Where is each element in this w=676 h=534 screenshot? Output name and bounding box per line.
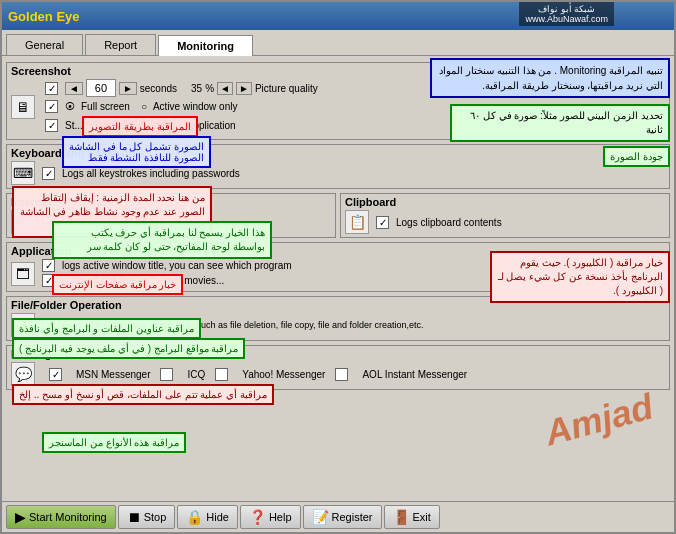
checkbox-screenshot-3[interactable] xyxy=(45,119,58,132)
tab-monitoring[interactable]: Monitoring xyxy=(158,35,253,56)
hide-label: Hide xyxy=(206,511,229,523)
screen-option1: Full screen xyxy=(81,101,130,112)
checkbox-msn[interactable] xyxy=(49,368,62,381)
radio-active[interactable]: ○ xyxy=(141,101,147,112)
spinner-right-btn[interactable]: ► xyxy=(119,82,137,95)
keyboard-callout: هذا الخيار يسمح لنا بمراقبة أي حرف يكتب … xyxy=(52,221,272,259)
interval-unit: seconds xyxy=(140,83,177,94)
quality-callout: جودة الصورة xyxy=(603,146,670,167)
hide-button[interactable]: 🔒 Hide xyxy=(177,505,238,529)
help-label: Help xyxy=(269,511,292,523)
messenger-icon: 💬 xyxy=(11,362,35,386)
clipboard-section: Clipboard 📋 Logs clipboard contents xyxy=(340,193,670,238)
clipboard-title: Clipboard xyxy=(345,196,665,208)
register-label: Register xyxy=(332,511,373,523)
checkbox-aol[interactable] xyxy=(335,368,348,381)
message-callout: مراقبة هذه الأنواع من الماسنجر xyxy=(42,432,186,453)
register-button[interactable]: 📝 Register xyxy=(303,505,382,529)
interval-spinner[interactable]: 60 xyxy=(86,79,116,97)
help-icon: ❓ xyxy=(249,509,266,525)
title-bar: Golden Eye شبكة أبو نواف www.AbuNawaf.co… xyxy=(2,2,674,30)
screenshot-full-callout: الصورة تشمل كل ما في الشاشة الصورة للناف… xyxy=(62,136,211,168)
keyboard-icon: ⌨ xyxy=(11,161,35,185)
start-monitoring-button[interactable]: ▶ Start Monitoring xyxy=(6,505,116,529)
quality-spin-right[interactable]: ► xyxy=(236,82,252,95)
app-callout2: مراقبة مواقع البرامج ( في أي ملف يوجد في… xyxy=(12,338,245,359)
messenger-row: 💬 MSN Messenger ICQ Yahoo! Messenger AOL… xyxy=(11,362,665,386)
stop-icon: ⏹ xyxy=(127,509,141,525)
start-icon: ▶ xyxy=(15,509,26,525)
radio-full[interactable]: ⦿ xyxy=(65,101,75,112)
msn-label: MSN Messenger xyxy=(76,369,150,380)
app-title: Golden Eye xyxy=(8,9,80,24)
screenshot-icon: 🖥 xyxy=(11,95,35,119)
app-callout1: مراقبة عناوين الملفات و البرامج وأي نافذ… xyxy=(12,318,201,339)
interval-value: 60 xyxy=(87,82,115,94)
exit-label: Exit xyxy=(413,511,431,523)
aol-label: AOL Instant Messenger xyxy=(362,369,467,380)
watermark: Amjad xyxy=(540,385,657,454)
time-callout: تحديد الزمن البيني للصور مثلاً: صورة في … xyxy=(450,104,670,142)
content-area: تنبيه المراقبة Monitoring . من هذا التنب… xyxy=(2,56,674,501)
spinner-left-btn[interactable]: ◄ xyxy=(65,82,83,95)
help-button[interactable]: ❓ Help xyxy=(240,505,301,529)
site-overlay: شبكة أبو نواف www.AbuNawaf.com xyxy=(519,2,614,26)
clipboard-icon: 📋 xyxy=(345,210,369,234)
exit-icon: 🚪 xyxy=(393,509,410,525)
hide-icon: 🔒 xyxy=(186,509,203,525)
checkbox-clipboard[interactable] xyxy=(376,216,389,229)
internet-callout: خبار مراقبة صفحات الإنترنت xyxy=(52,274,183,295)
picture-quality-label: Picture quality xyxy=(255,83,318,94)
clipboard-desc: Logs clipboard contents xyxy=(396,217,502,228)
checkbox-icq[interactable] xyxy=(160,368,173,381)
main-window: Golden Eye شبكة أبو نواف www.AbuNawaf.co… xyxy=(0,0,676,534)
keyboard-desc: Logs all keystrokes including passwords xyxy=(62,168,240,179)
stop-button[interactable]: ⏹ Stop xyxy=(118,505,176,529)
checkbox-yahoo[interactable] xyxy=(215,368,228,381)
tabs-row: General Report Monitoring xyxy=(2,30,674,56)
tab-general[interactable]: General xyxy=(6,34,83,55)
clipboard-row: 📋 Logs clipboard contents xyxy=(345,210,665,234)
register-icon: 📝 xyxy=(312,509,329,525)
quality-percent-sign: % xyxy=(205,83,214,94)
app-text1: logs active window title, you can see wh… xyxy=(62,260,292,271)
screen-option2: Active window only xyxy=(153,101,237,112)
exit-button[interactable]: 🚪 Exit xyxy=(384,505,440,529)
screenshot-type-callout: المراقبة بطريقة التصوير xyxy=(82,116,198,137)
yahoo-label: Yahoo! Messenger xyxy=(242,369,325,380)
application-icon: 🗔 xyxy=(11,262,35,286)
tab-report[interactable]: Report xyxy=(85,34,156,55)
clipboard-callout: خيار مراقبة ( الكليبورد ). حيث يقوم البر… xyxy=(490,251,670,303)
monitoring-main-callout: تنبيه المراقبة Monitoring . من هذا التنب… xyxy=(430,58,670,98)
file-callout: مراقبة أي عملية تتم على الملفات، قص أو ن… xyxy=(12,384,274,405)
st-label1: St... xyxy=(65,120,83,131)
checkbox-screenshot-1[interactable] xyxy=(45,82,58,95)
checkbox-screenshot-2[interactable] xyxy=(45,100,58,113)
quality-percent-val: 35 xyxy=(191,83,202,94)
checkbox-app1[interactable] xyxy=(42,259,55,272)
stop-label: Stop xyxy=(144,511,167,523)
checkbox-keyboard[interactable] xyxy=(42,167,55,180)
quality-spin-left[interactable]: ◄ xyxy=(217,82,233,95)
bottom-bar: ▶ Start Monitoring ⏹ Stop 🔒 Hide ❓ Help … xyxy=(2,501,674,532)
icq-label: ICQ xyxy=(187,369,205,380)
start-label: Start Monitoring xyxy=(29,511,107,523)
